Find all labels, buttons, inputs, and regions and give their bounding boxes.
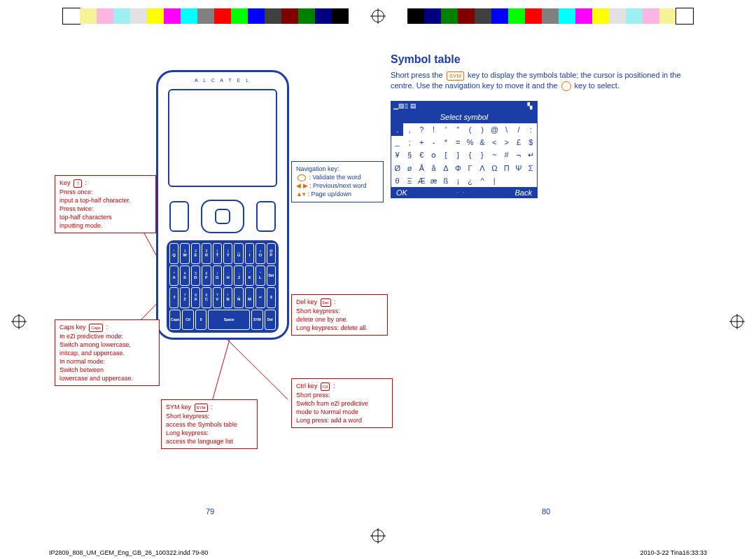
symbol-cell: ) <box>476 123 488 136</box>
symbol-cell: Ø <box>391 162 403 174</box>
symbol-cell: Φ <box>452 162 464 174</box>
symbol-cell: / <box>512 123 524 136</box>
symbol-cell: θ <box>391 174 403 187</box>
symbol-cell: \ <box>500 123 512 136</box>
symbol-cell: ; <box>403 136 415 149</box>
right-page: Symbol table Short press the SYM key to … <box>378 42 714 517</box>
key: 6F <box>202 265 211 287</box>
sym-key-callout: SYM key SYM : Short keypress: access the… <box>161 399 258 449</box>
softkey-nav-icon: · · <box>456 189 465 195</box>
symbol-cell: & <box>476 136 488 149</box>
symbol-cell: Æ <box>416 174 428 187</box>
key: 0 <box>195 310 206 331</box>
symbol-cell: 𝗈 <box>428 149 440 162</box>
navigation-key-callout: Navigation key: : Validate the word ◀ ▶ … <box>291 161 384 202</box>
symbol-cell: € <box>416 149 428 162</box>
key: 3R <box>202 243 211 264</box>
symbol-cell: ] <box>452 149 464 162</box>
key: 2E <box>191 243 200 264</box>
key: SYM <box>251 310 262 331</box>
key: 8X <box>191 287 200 308</box>
key: :H <box>223 265 232 287</box>
key: Del <box>267 265 276 287</box>
sym-key-icon: SYM <box>195 403 208 412</box>
symbol-cell: ( <box>464 123 476 136</box>
key: ;J <box>234 265 243 287</box>
symbol-cell: ! <box>428 123 440 136</box>
key: "L <box>255 265 265 287</box>
key: @P <box>267 243 276 264</box>
key: (T <box>213 243 222 264</box>
symbol-cell: [ <box>440 149 451 162</box>
imprint-file: IP2809_808_UM_GEM_Eng_GB_26_100322.indd … <box>49 549 208 556</box>
symbol-cell: £ <box>512 136 524 149</box>
key: 1W <box>180 243 189 264</box>
symbol-cell: ? <box>416 123 428 136</box>
color-registration-bar <box>407 8 693 24</box>
symbol-cell: " <box>452 123 464 136</box>
registration-target-icon <box>372 530 384 542</box>
symbol-cell: Λ <box>476 162 488 174</box>
symbol-cell: { <box>464 149 476 162</box>
page-number: 80 <box>378 507 714 516</box>
softkey-back: Back <box>515 188 532 197</box>
symbol-cell: ↵ <box>525 149 537 162</box>
key: 9C <box>202 287 211 308</box>
key: +O <box>255 243 265 264</box>
key: 5D <box>191 265 200 287</box>
symbol-cell: % <box>464 136 476 149</box>
page-spread: A L C A T E L !Q1W2E3R(T)Y_U-I+O@P*A4S5D… <box>0 0 756 559</box>
symbol-cell <box>500 174 512 187</box>
section-body: Short press the SYM key to display the s… <box>391 70 701 91</box>
symbol-cell: , <box>403 123 415 136</box>
ok-key-icon <box>561 81 571 91</box>
qwerty-keyboard: !Q1W2E3R(T)Y_U-I+O@P*A4S5D6F/G:H;J'K"LDe… <box>167 240 279 333</box>
key: 4S <box>180 265 189 287</box>
symbol-cell: - <box>428 136 440 149</box>
symbol-table-screenshot: ▁▧▯ ▤▝▖ Select symbol .,?!'"()@\/:_;+-*=… <box>391 101 538 198</box>
symbol-cell: Ξ <box>403 174 415 187</box>
key: ↵ <box>255 287 265 308</box>
registration-target-icon <box>13 315 25 328</box>
symbol-cell: Π <box>500 162 512 174</box>
registration-target-icon <box>731 315 743 328</box>
key: 7Z <box>180 287 189 308</box>
del-key-icon: Del <box>321 298 331 307</box>
phone-brand: A L C A T E L <box>195 78 251 83</box>
symbol-cell: ~ <box>489 149 500 162</box>
symbol-cell: ø <box>403 162 415 174</box>
del-key-callout: Del key Del : Short keypress: delete one… <box>291 294 388 336</box>
key: Ctl <box>182 310 193 331</box>
symbol-cell: Σ <box>525 162 537 174</box>
symbol-cell: * <box>440 136 451 149</box>
symbol-cell: ' <box>440 123 451 136</box>
page-number: 79 <box>42 507 378 516</box>
symbol-cell: < <box>489 136 500 149</box>
key: Del <box>265 310 276 331</box>
phone-screen <box>168 89 277 187</box>
navigation-key-cluster <box>190 197 255 236</box>
symbol-cell: Γ <box>464 162 476 174</box>
key: Caps <box>169 310 181 331</box>
symbol-cell: Ω <box>489 162 500 174</box>
symbol-cell: ¬ <box>512 149 524 162</box>
symbol-cell: Ψ <box>512 162 524 174</box>
key: 'K <box>245 265 254 287</box>
key: Space <box>208 310 250 331</box>
up-down-arrow-icon: ▲▾ <box>296 191 306 198</box>
screen-title: Select symbol <box>391 111 538 123</box>
symbol-cell: $ <box>525 136 537 149</box>
shift-key-icon: ⇧ <box>74 179 82 188</box>
status-bar: ▁▧▯ ▤▝▖ <box>391 101 538 111</box>
ctrl-key-icon: Ctl <box>321 382 330 391</box>
symbol-cell: ¿ <box>464 174 476 187</box>
key: ,N <box>234 287 243 308</box>
section-title: Symbol table <box>391 53 701 66</box>
softkey-ok: OK <box>396 188 407 197</box>
key: /G <box>213 265 222 287</box>
symbol-cell: : <box>525 123 537 136</box>
registration-target-icon <box>372 10 384 22</box>
symbol-cell: + <box>416 136 428 149</box>
symbol-cell: | <box>489 174 500 187</box>
symbol-cell <box>512 174 524 187</box>
